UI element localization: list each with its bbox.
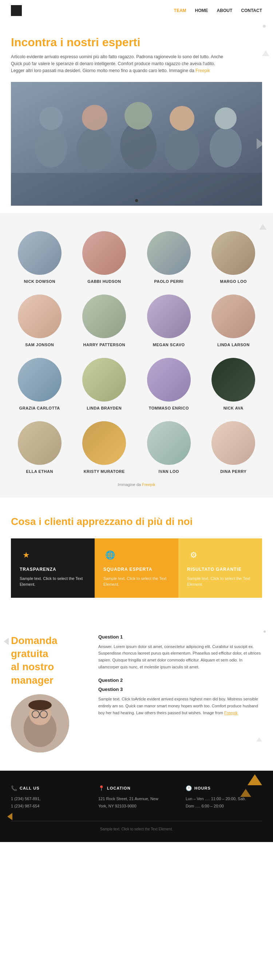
team-member[interactable]: GABBI HUDSON [76,231,133,283]
team-avatar-10 [147,358,191,401]
deco-tri-2 [259,224,267,230]
footer-bottom: Sample text. Click to select the Text El… [11,821,262,831]
team-avatar-3 [211,231,255,275]
team-member-name-6: MEGAN SCAVO [153,342,185,347]
client-card-1[interactable]: 🌐 SQUADRA ESPERTA Sample text. Click to … [95,538,178,598]
hero-section: Incontra i nostri esperti Articolo evide… [0,21,273,213]
client-icon-symbol-2: ⚙ [190,550,197,560]
team-member[interactable]: HARRY PATTERSON [76,294,133,347]
team-member[interactable]: GRAZIA CARLOTTA [11,358,68,410]
footer-col-label-2: HOURS [194,786,211,790]
faq-question-1[interactable]: Question 2 [98,678,262,683]
team-member-name-14: IVAN LOO [159,469,179,474]
clients-cards: ★ TRASPARENZA Sample text. Click to sele… [11,538,262,598]
faq-freepik-link[interactable]: Freepik [224,711,238,715]
team-member-name-2: PAOLO PERRI [154,279,183,283]
team-member[interactable]: KRISTY MURATORE [76,421,133,474]
footer-icon-2: 🕐 [186,785,192,791]
footer-col-text-2: Lun – Ven …. 11:00 – 20:00, Sab.Dom …. 6… [186,795,262,810]
footer-col-0: 📞 CALL US 1 (234) 567-891,1 (234) 987-65… [11,785,87,810]
hero-image [11,82,262,206]
client-card-icon-0: ★ [20,549,33,562]
client-card-text-2: Sample text. Click to select the Text El… [187,576,253,587]
team-grid: NICK DOWSON GABBI HUDSON PAOLO PERRI MAR… [11,231,262,474]
faq-item-1: Question 2 [98,678,262,683]
team-member[interactable]: LINDA LARSON [205,294,262,347]
team-avatar-12 [18,421,62,465]
team-member[interactable]: SAM JONSON [11,294,68,347]
faq-question-2[interactable]: Question 3 [98,687,262,692]
team-member[interactable]: MEGAN SCAVO [140,294,198,347]
team-member[interactable]: MARGO LOO [205,231,262,283]
deco-tri-left [4,638,9,645]
footer-col-title-1: 📍 LOCATION [98,785,175,791]
team-member-name-0: NICK DOWSON [24,279,56,283]
svg-point-4 [82,105,107,130]
team-avatar-15 [211,421,255,465]
deco-tri-faq-2 [256,737,262,741]
team-avatar-9 [82,358,126,401]
client-card-title-2: RISULTATO GARANTIE [187,567,253,572]
footer-deco-tri-2 [240,789,251,797]
team-freepik-link[interactable]: Freepik [142,482,156,487]
team-member[interactable]: TOMMASO ENRICO [140,358,198,410]
client-card-0[interactable]: ★ TRASPARENZA Sample text. Click to sele… [11,538,95,598]
logo[interactable] [11,5,22,16]
deco-dot-1 [263,25,266,28]
team-member-name-5: HARRY PATTERSON [83,342,125,347]
team-avatar-img-14 [147,421,191,465]
team-member[interactable]: IVAN LOO [140,421,198,474]
slide-indicator[interactable] [135,199,138,202]
team-member[interactable]: NICK AVA [205,358,262,410]
team-member-name-7: LINDA LARSON [217,342,250,347]
svg-point-18 [29,700,52,710]
team-avatar-img-8 [18,358,62,401]
svg-point-6 [124,102,152,130]
nav-home[interactable]: HOME [195,8,208,13]
team-section: NICK DOWSON GABBI HUDSON PAOLO PERRI MAR… [0,213,273,498]
faq-question-0[interactable]: Question 1 [98,634,262,640]
team-avatar-13 [82,421,126,465]
team-avatar-img-11 [211,358,255,401]
team-member[interactable]: DINA PERRY [205,421,262,474]
team-member-name-12: ELLA ETHAN [26,469,53,474]
faq-item-0: Question 1Answer. Lorem ipsum dolor sit … [98,634,262,671]
team-avatar-img-10 [147,358,191,401]
client-card-text-1: Sample text. Click to select the Text El… [103,576,170,587]
footer-col-label-1: LOCATION [107,786,131,790]
client-card-icon-2: ⚙ [187,549,200,562]
footer-icon-0: 📞 [11,785,17,791]
footer-col-title-0: 📞 CALL US [11,785,87,791]
team-member-name-3: MARGO LOO [220,279,247,283]
slide-arrow-right[interactable] [257,138,262,149]
deco-tri-1 [262,50,269,56]
team-member[interactable]: PAOLO PERRI [140,231,198,283]
svg-point-3 [76,127,113,171]
team-member[interactable]: LINDA BRAYDEN [76,358,133,410]
nav-team[interactable]: TEAM [174,8,186,13]
faq-section: Domanda gratuita al nostro manager Quest… [0,616,273,771]
client-card-2[interactable]: ⚙ RISULTATO GARANTIE Sample text. Click … [178,538,262,598]
svg-point-1 [35,127,67,167]
svg-point-2 [39,107,63,130]
team-avatar-img-3 [211,231,255,275]
team-avatar-img-4 [18,294,62,338]
clients-section: Cosa i clienti apprezzano di più di noi … [0,498,273,616]
team-avatar-1 [82,231,126,275]
team-avatar-img-7 [211,294,255,338]
nav-contact[interactable]: CONTACT [241,8,262,13]
team-member-name-1: GABBI HUDSON [87,279,121,283]
svg-point-10 [215,107,236,129]
team-member[interactable]: ELLA ETHAN [11,421,68,474]
footer-deco-tri-1 [248,774,262,785]
faq-title: Domanda gratuita al nostro manager [11,634,84,687]
nav-about[interactable]: ABOUT [217,8,233,13]
svg-point-9 [210,127,242,167]
team-member-name-13: KRISTY MURATORE [84,469,125,474]
footer-col-text-1: 121 Rock Street, 21 Avenue, NewYork, NY … [98,795,175,810]
team-avatar-14 [147,421,191,465]
hero-freepik-link[interactable]: Freepik [195,68,210,73]
hero-title: Incontra i nostri esperti [11,36,262,49]
footer-col-label-0: CALL US [20,786,39,790]
team-member[interactable]: NICK DOWSON [11,231,68,283]
